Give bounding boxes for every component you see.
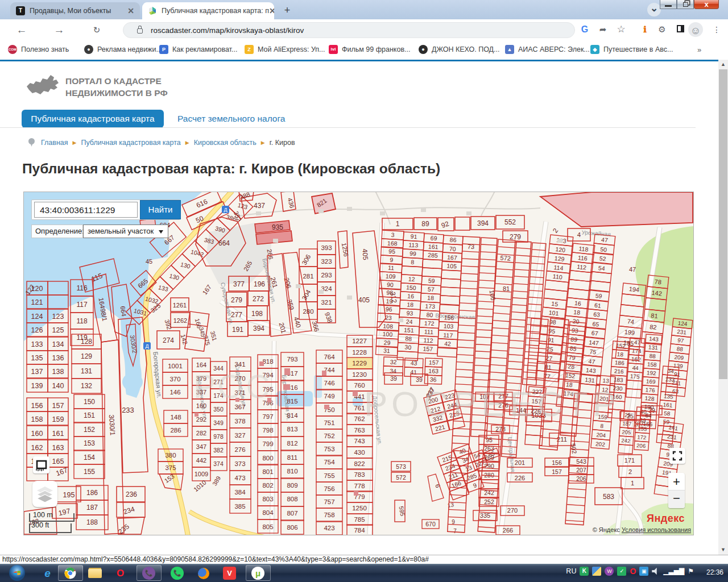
svg-text:183: 183 — [614, 376, 624, 383]
svg-text:121: 121 — [31, 298, 43, 306]
svg-text:3030/1: 3030/1 — [107, 414, 117, 436]
svg-text:272: 272 — [253, 295, 264, 303]
svg-text:89: 89 — [421, 220, 429, 228]
svg-text:РОС: РОС — [193, 368, 272, 405]
svg-text:746: 746 — [324, 380, 334, 386]
svg-text:3: 3 — [391, 231, 395, 238]
svg-text:63: 63 — [593, 311, 601, 318]
svg-text:670: 670 — [425, 521, 436, 527]
svg-text:158: 158 — [647, 361, 657, 368]
svg-text:32: 32 — [390, 358, 397, 365]
svg-text:393: 393 — [321, 244, 332, 251]
svg-text:163: 163 — [428, 367, 439, 375]
svg-text:430: 430 — [354, 449, 365, 456]
svg-text:814: 814 — [287, 412, 298, 419]
svg-text:95: 95 — [486, 436, 493, 443]
svg-text:65: 65 — [592, 320, 599, 327]
svg-text:809: 809 — [287, 482, 297, 489]
svg-text:140: 140 — [52, 382, 64, 390]
svg-text:813: 813 — [287, 426, 297, 433]
svg-text:161: 161 — [663, 401, 673, 408]
svg-text:205: 205 — [622, 429, 631, 435]
svg-text:394: 394 — [253, 325, 264, 332]
svg-text:2: 2 — [628, 468, 632, 475]
svg-text:34: 34 — [390, 367, 396, 374]
svg-text:16: 16 — [407, 292, 414, 300]
svg-text:808: 808 — [287, 496, 297, 502]
svg-text:572: 572 — [500, 254, 511, 261]
svg-text:473: 473 — [234, 475, 245, 481]
svg-text:793: 793 — [287, 356, 297, 363]
svg-text:25: 25 — [624, 411, 631, 418]
svg-text:173: 173 — [425, 302, 435, 310]
svg-text:1228: 1228 — [352, 349, 367, 356]
svg-text:15: 15 — [551, 300, 559, 307]
svg-text:117: 117 — [76, 301, 87, 309]
svg-text:64: 64 — [645, 412, 652, 419]
svg-text:286: 286 — [170, 427, 181, 434]
svg-text:236: 236 — [126, 490, 137, 498]
svg-text:18: 18 — [573, 309, 581, 316]
svg-text:158: 158 — [31, 415, 43, 423]
svg-text:118: 118 — [76, 317, 87, 325]
svg-text:185: 185 — [623, 339, 634, 347]
svg-text:370: 370 — [169, 376, 180, 383]
svg-text:81: 81 — [651, 312, 658, 319]
svg-text:1262: 1262 — [173, 317, 187, 324]
svg-text:1261: 1261 — [173, 302, 187, 309]
svg-text:112: 112 — [424, 336, 434, 344]
svg-text:150: 150 — [84, 398, 95, 406]
svg-text:204: 204 — [596, 431, 606, 438]
svg-text:196: 196 — [254, 280, 265, 288]
svg-text:150: 150 — [406, 284, 416, 291]
svg-text:201: 201 — [515, 459, 525, 466]
svg-text:118: 118 — [578, 245, 589, 253]
svg-text:374: 374 — [213, 460, 224, 467]
svg-text:146: 146 — [169, 389, 180, 396]
svg-text:116: 116 — [577, 254, 588, 262]
svg-text:58: 58 — [664, 410, 671, 417]
svg-text:749: 749 — [324, 393, 334, 400]
svg-text:34: 34 — [667, 368, 674, 375]
svg-text:349: 349 — [213, 419, 224, 426]
svg-text:117: 117 — [443, 331, 453, 339]
svg-text:159: 159 — [52, 415, 64, 423]
svg-text:156: 156 — [444, 314, 454, 321]
svg-text:97: 97 — [677, 337, 685, 344]
svg-text:279: 279 — [231, 296, 242, 304]
svg-text:186: 186 — [86, 489, 98, 497]
svg-text:269: 269 — [484, 454, 494, 461]
svg-text:161: 161 — [428, 243, 439, 250]
svg-text:798: 798 — [262, 427, 273, 434]
svg-text:1229: 1229 — [352, 360, 367, 367]
svg-text:373: 373 — [234, 460, 245, 467]
svg-text:810: 810 — [287, 468, 297, 475]
svg-text:РОСРЕЕСТР: РОСРЕЕСТР — [364, 384, 621, 423]
svg-text:341: 341 — [234, 361, 245, 368]
svg-text:757: 757 — [324, 498, 334, 505]
svg-text:799: 799 — [262, 440, 273, 447]
svg-text:39: 39 — [416, 376, 423, 383]
svg-text:80: 80 — [426, 311, 433, 318]
svg-text:157: 157 — [429, 359, 439, 366]
svg-text:160: 160 — [31, 430, 43, 438]
svg-text:135: 135 — [31, 354, 43, 362]
svg-text:252: 252 — [484, 498, 494, 505]
svg-text:168: 168 — [387, 240, 398, 247]
svg-text:100: 100 — [382, 330, 392, 338]
svg-text:760: 760 — [354, 382, 365, 389]
svg-text:147: 147 — [589, 339, 599, 347]
svg-text:101: 101 — [548, 309, 559, 317]
svg-text:18: 18 — [407, 301, 413, 308]
svg-text:57: 57 — [428, 285, 435, 293]
svg-text:292: 292 — [196, 416, 206, 423]
svg-text:59: 59 — [428, 277, 435, 284]
svg-text:90: 90 — [387, 281, 394, 289]
svg-text:7: 7 — [453, 528, 457, 534]
svg-text:763: 763 — [354, 427, 365, 434]
svg-text:375: 375 — [165, 464, 176, 471]
svg-text:13: 13 — [602, 377, 609, 384]
svg-text:583: 583 — [603, 493, 614, 501]
svg-text:199: 199 — [624, 329, 635, 336]
svg-text:233: 233 — [122, 406, 134, 414]
